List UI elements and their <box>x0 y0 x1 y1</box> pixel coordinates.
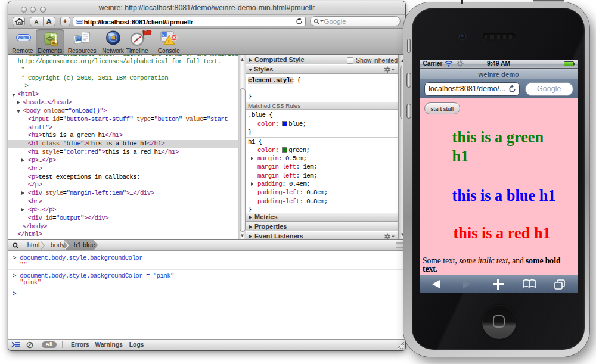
svg-text:>_: >_ <box>162 32 167 37</box>
svg-text:!: ! <box>168 38 170 44</box>
